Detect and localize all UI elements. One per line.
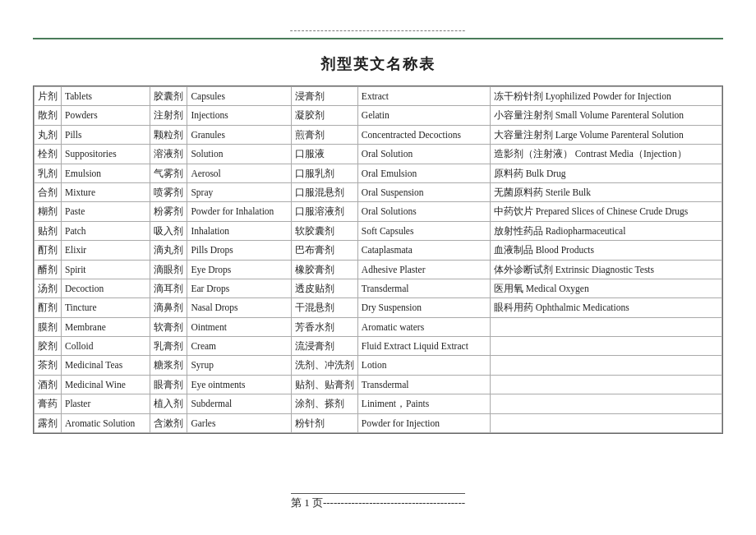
cell-mid-zh-9: 橡胶膏剂 (291, 260, 357, 279)
cell-left-zh-9: 醑剂 (35, 260, 62, 279)
cell-right-0: 冻干粉针剂 Lyophilized Powder for Injection (490, 87, 721, 106)
cell-right-9: 体外诊断试剂 Extrinsic Diagnostic Tests (490, 260, 721, 279)
cell-left-en-2: Pills (62, 125, 150, 144)
page-container: ----------------------------------------… (0, 0, 756, 535)
cell-left-zh-3: 栓剂 (35, 145, 62, 164)
cell-left2-en-8: Pills Drops (187, 241, 291, 260)
cell-right-16 (490, 394, 721, 413)
page-number: 第 1 页-----------------------------------… (291, 493, 465, 510)
cell-mid-en-16: Liniment，Paints (357, 394, 490, 413)
cell-left-en-7: Patch (62, 221, 150, 240)
cell-right-14 (490, 356, 721, 375)
cell-left2-zh-1: 注射剂 (150, 106, 187, 125)
cell-left-en-16: Plaster (62, 394, 150, 413)
cell-left-zh-16: 膏药 (35, 394, 62, 413)
cell-left-zh-11: 酊剂 (35, 298, 62, 317)
cell-left2-zh-2: 颗粒剂 (150, 125, 187, 144)
top-dashes: ----------------------------------------… (33, 25, 723, 35)
cell-left2-zh-12: 软膏剂 (150, 317, 187, 336)
cell-left2-zh-7: 吸入剂 (150, 221, 187, 240)
cell-mid-en-11: Dry Suspension (357, 298, 490, 317)
cell-left-zh-2: 丸剂 (35, 125, 62, 144)
cell-left2-zh-10: 滴耳剂 (150, 279, 187, 297)
cell-mid-zh-14: 洗剂、冲洗剂 (291, 356, 357, 375)
cell-left-zh-1: 散剂 (35, 106, 62, 125)
cell-mid-zh-17: 粉针剂 (291, 413, 357, 432)
cell-mid-en-8: Cataplasmata (357, 241, 490, 260)
cell-right-12 (490, 317, 721, 336)
cell-mid-zh-0: 浸膏剂 (291, 87, 357, 106)
cell-left-zh-12: 膜剂 (35, 317, 62, 336)
cell-left2-zh-17: 含漱剂 (150, 413, 187, 432)
cell-mid-en-13: Fluid Extract Liquid Extract (357, 337, 490, 356)
cell-left-en-10: Decoction (62, 279, 150, 297)
cell-left-zh-10: 汤剂 (35, 279, 62, 297)
cell-mid-zh-2: 煎膏剂 (291, 125, 357, 144)
bottom-area: 第 1 页-----------------------------------… (0, 493, 756, 510)
cell-mid-en-15: Transdermal (357, 375, 490, 394)
cell-left2-en-13: Cream (187, 337, 291, 356)
cell-left-en-1: Powders (62, 106, 150, 125)
cell-left2-en-5: Spray (187, 182, 291, 201)
cell-right-10: 医用氧 Medical Oxygen (490, 279, 721, 297)
cell-mid-zh-12: 芳香水剂 (291, 317, 357, 336)
cell-right-5: 无菌原料药 Sterile Bulk (490, 182, 721, 201)
cell-left2-zh-9: 滴眼剂 (150, 260, 187, 279)
cell-mid-zh-15: 贴剂、贴膏剂 (291, 375, 357, 394)
cell-right-15 (490, 375, 721, 394)
cell-left2-en-11: Nasal Drops (187, 298, 291, 317)
cell-right-2: 大容量注射剂 Large Volume Parenteral Solution (490, 125, 721, 144)
cell-mid-zh-11: 干混悬剂 (291, 298, 357, 317)
cell-left-en-17: Aromatic Solution (62, 413, 150, 432)
cell-left-en-6: Paste (62, 202, 150, 221)
cell-mid-zh-13: 流浸膏剂 (291, 337, 357, 356)
cell-right-6: 中药饮片 Prepared Slices of Chinese Crude Dr… (490, 202, 721, 221)
cell-left2-en-17: Garles (187, 413, 291, 432)
cell-left-zh-14: 茶剂 (35, 356, 62, 375)
cell-left2-zh-11: 滴鼻剂 (150, 298, 187, 317)
cell-left2-en-14: Syrup (187, 356, 291, 375)
cell-mid-zh-8: 巴布膏剂 (291, 241, 357, 260)
cell-left-zh-7: 贴剂 (35, 221, 62, 240)
cell-left2-en-12: Ointment (187, 317, 291, 336)
cell-left2-zh-15: 眼膏剂 (150, 375, 187, 394)
cell-mid-zh-4: 口服乳剂 (291, 164, 357, 182)
cell-left-en-12: Membrane (62, 317, 150, 336)
cell-right-7: 放射性药品 Radiopharmaceutical (490, 221, 721, 240)
cell-left-zh-13: 胶剂 (35, 337, 62, 356)
cell-left-en-3: Suppositories (62, 145, 150, 164)
cell-left-zh-5: 合剂 (35, 182, 62, 201)
cell-mid-en-12: Aromatic waters (357, 317, 490, 336)
cell-left2-en-3: Solution (187, 145, 291, 164)
page-title: 剂型英文名称表 (33, 54, 723, 74)
cell-mid-en-4: Oral Emulsion (357, 164, 490, 182)
cell-mid-zh-3: 口服液 (291, 145, 357, 164)
cell-left2-zh-4: 气雾剂 (150, 164, 187, 182)
cell-left-en-13: Colloid (62, 337, 150, 356)
cell-left-zh-6: 糊剂 (35, 202, 62, 221)
cell-mid-en-9: Adhesive Plaster (357, 260, 490, 279)
cell-left-zh-15: 酒剂 (35, 375, 62, 394)
cell-mid-en-17: Powder for Injection (357, 413, 490, 432)
cell-left-en-0: Tablets (62, 87, 150, 106)
cell-left2-zh-8: 滴丸剂 (150, 241, 187, 260)
cell-left2-en-0: Capsules (187, 87, 291, 106)
cell-left-zh-0: 片剂 (35, 87, 62, 106)
cell-left2-en-1: Injections (187, 106, 291, 125)
cell-right-13 (490, 337, 721, 356)
top-line (33, 38, 723, 39)
cell-left2-zh-3: 溶液剂 (150, 145, 187, 164)
cell-mid-zh-10: 透皮贴剂 (291, 279, 357, 297)
cell-left2-zh-0: 胶囊剂 (150, 87, 187, 106)
main-table-wrapper: 片剂Tablets胶囊剂Capsules浸膏剂Extract冻干粉针剂 Lyop… (33, 85, 723, 434)
cell-mid-zh-7: 软胶囊剂 (291, 221, 357, 240)
cell-left2-en-4: Aerosol (187, 164, 291, 182)
cell-left-en-5: Mixture (62, 182, 150, 201)
cell-left2-en-9: Eye Drops (187, 260, 291, 279)
cell-right-8: 血液制品 Blood Products (490, 241, 721, 260)
cell-left2-en-7: Inhalation (187, 221, 291, 240)
cell-left2-en-15: Eye ointments (187, 375, 291, 394)
cell-left-en-9: Spirit (62, 260, 150, 279)
cell-mid-en-6: Oral Solutions (357, 202, 490, 221)
cell-right-3: 造影剂（注射液） Contrast Media（Injection） (490, 145, 721, 164)
